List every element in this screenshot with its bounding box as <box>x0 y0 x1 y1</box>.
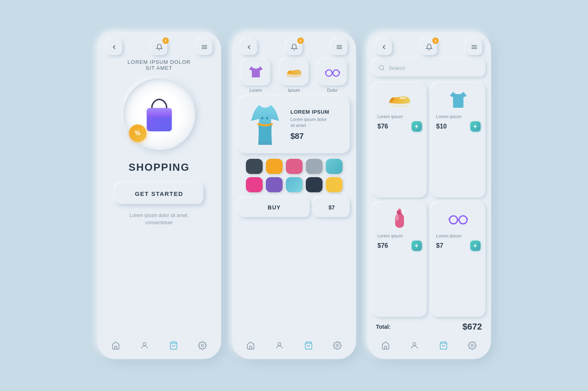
nav-settings-2[interactable] <box>330 338 344 353</box>
svg-line-16 <box>325 71 326 73</box>
screen1-content: LOREM IPSUM DOLOR SIT AMET % <box>97 59 221 335</box>
notification-badge-1: 3 <box>162 38 169 44</box>
product-tile-shirt: Lorem ipsum $10 + <box>432 83 485 197</box>
sub-text: Lorem ipsum dolor sit amet, consectetuer <box>129 212 188 226</box>
bottom-nav-2 <box>232 335 356 359</box>
product-tile-glasses: Lorem ipsum $7 + <box>432 202 485 317</box>
product-price: $87 <box>291 132 343 141</box>
tile-bag-image <box>378 207 422 231</box>
menu-button-2[interactable] <box>331 39 347 55</box>
category-ipsum[interactable]: Ipsum <box>277 59 311 93</box>
category-ipsum-label: Ipsum <box>288 88 300 93</box>
menu-button-3[interactable] <box>466 39 482 55</box>
tile-shirt-price: $10 <box>436 123 447 130</box>
svg-point-34 <box>396 214 399 221</box>
svg-rect-30 <box>400 97 406 99</box>
add-glasses-button[interactable]: + <box>470 241 481 251</box>
svg-line-17 <box>339 71 340 73</box>
nav-store-3[interactable] <box>378 338 393 353</box>
nav-store-2[interactable] <box>244 338 258 353</box>
colors-row-2 <box>239 177 350 192</box>
top-bar-1: 3 <box>97 32 221 59</box>
category-dolor[interactable]: Dolor <box>315 59 350 93</box>
notification-button-1[interactable]: 3 <box>151 39 167 55</box>
back-button-3[interactable] <box>376 39 392 55</box>
tile-shoe-price-row: $76 + <box>378 121 422 132</box>
add-bag-button[interactable]: + <box>412 241 422 251</box>
nav-person-1[interactable] <box>137 338 152 353</box>
total-label: Total: <box>376 324 391 330</box>
color-charcoal[interactable] <box>306 177 323 192</box>
tile-shoe-image <box>378 88 422 112</box>
tile-shirt-label: Lorem ipsum <box>436 114 481 119</box>
add-shirt-button[interactable]: + <box>470 121 481 132</box>
svg-rect-5 <box>115 346 117 349</box>
color-yellow[interactable] <box>326 177 343 192</box>
nav-person-3[interactable] <box>407 338 422 353</box>
svg-point-45 <box>471 344 474 347</box>
color-teal[interactable] <box>326 159 343 174</box>
tile-glasses-price-row: $7 + <box>436 241 481 251</box>
category-shoe-box <box>280 59 309 85</box>
bottom-nav-1 <box>97 335 221 359</box>
svg-line-41 <box>467 218 467 220</box>
shirt-icon-3 <box>448 90 468 109</box>
shopping-bag-icon <box>141 94 177 134</box>
products-grid: Lorem ipsum $76 + Lorem ipsum <box>373 83 485 317</box>
back-button-1[interactable] <box>106 39 122 55</box>
tile-shirt-image <box>436 88 481 112</box>
svg-rect-19 <box>266 117 268 119</box>
colors-row-1 <box>239 159 350 174</box>
buy-button[interactable]: BUY <box>239 198 310 217</box>
color-lightblue[interactable] <box>286 177 303 192</box>
back-button-2[interactable] <box>241 39 257 55</box>
tile-bag-label: Lorem ipsum <box>378 233 422 238</box>
category-row: Lorem <box>239 59 350 93</box>
category-lorem-label: Lorem <box>249 88 262 93</box>
app-title: SHOPPING <box>129 161 190 174</box>
category-dolor-label: Dolor <box>327 88 337 93</box>
tile-glasses-price: $7 <box>436 242 443 249</box>
nav-bag-2[interactable] <box>301 338 316 353</box>
tile-shirt-price-row: $10 + <box>436 121 481 132</box>
hero-circle: % <box>123 78 195 150</box>
svg-point-36 <box>403 209 405 211</box>
notification-button-2[interactable]: 3 <box>286 39 302 55</box>
colors-section <box>239 159 350 192</box>
svg-point-27 <box>379 65 384 70</box>
product-card: LOREM IPSUM Lorem ipsum dolorsit amet $8… <box>239 97 350 153</box>
nav-settings-1[interactable] <box>195 338 210 353</box>
color-pink[interactable] <box>286 159 303 174</box>
svg-point-38 <box>459 216 467 224</box>
tile-glasses-label: Lorem ipsum <box>436 233 481 238</box>
search-placeholder: Search <box>389 65 405 71</box>
svg-point-21 <box>278 343 281 346</box>
nav-bag-1[interactable] <box>166 338 181 353</box>
menu-button-1[interactable] <box>196 39 212 55</box>
product-tile-bag: Lorem ipsum $76 + <box>373 202 427 317</box>
nav-store-1[interactable] <box>109 338 123 353</box>
product-desc: Lorem ipsum dolorsit amet <box>291 117 343 129</box>
add-shoe-button[interactable]: + <box>412 121 422 132</box>
color-dark[interactable] <box>246 159 263 174</box>
svg-point-8 <box>202 344 204 347</box>
svg-point-13 <box>326 70 332 76</box>
glasses-icon-2 <box>325 67 341 77</box>
nav-bag-3[interactable] <box>436 338 451 353</box>
category-lorem[interactable]: Lorem <box>239 59 273 93</box>
nav-person-2[interactable] <box>272 338 287 353</box>
color-hotpink[interactable] <box>246 177 263 192</box>
dress-icon <box>247 103 283 147</box>
color-purple[interactable] <box>266 177 283 192</box>
notification-button-3[interactable]: 3 <box>421 39 437 55</box>
svg-point-37 <box>449 216 457 224</box>
color-gray[interactable] <box>306 159 323 174</box>
search-bar[interactable]: Search <box>373 59 485 77</box>
nav-settings-3[interactable] <box>465 338 479 353</box>
color-orange[interactable] <box>266 159 283 174</box>
shoe-icon-2 <box>285 67 303 78</box>
get-started-button[interactable]: GET STARTED <box>115 183 203 204</box>
category-glasses-box <box>318 59 347 85</box>
buy-price: $7 <box>314 198 349 217</box>
buy-bar: BUY $7 <box>239 198 350 217</box>
